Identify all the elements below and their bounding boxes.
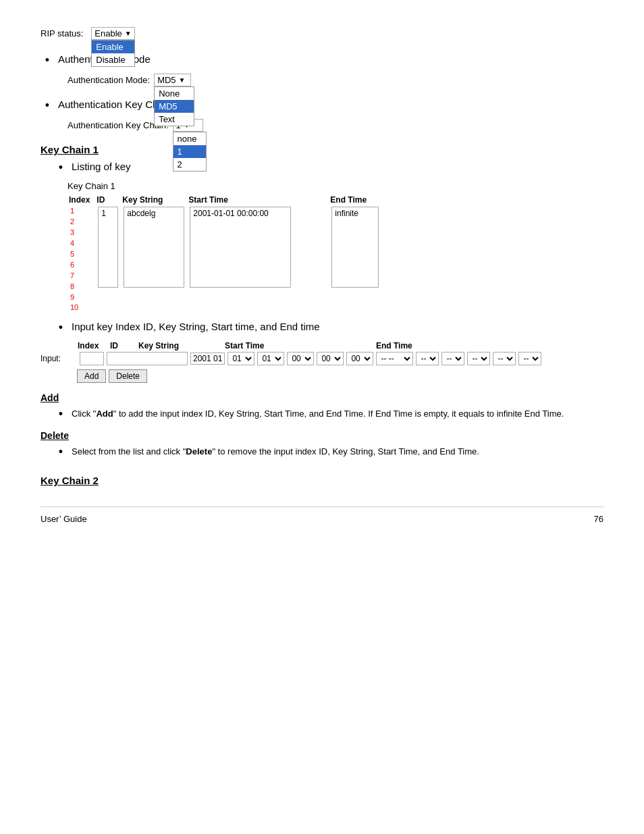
input-row-label: Input: [41,354,74,363]
input-header-endtime: End Time [376,341,412,350]
end-select-6[interactable]: -- [518,352,541,365]
col-index: Index [68,194,95,206]
listing-key-bullet-dot: • [54,161,68,174]
rip-dropdown-list[interactable]: Enable Disable [91,40,135,67]
footer-left: User’ Guide [41,514,87,524]
auth-mode-selected-value: MD5 [157,75,176,85]
input-section: Index ID Key String Start Time End Time … [41,341,603,383]
auth-keychain-row: Authentication Key Chain: 1 ▼ none 1 2 [68,119,603,132]
auth-mode-option-none[interactable]: None [155,87,194,100]
input-header-starttime: Start Time [225,341,373,350]
end-select-5[interactable]: -- [493,352,516,365]
auth-keychain-option-2[interactable]: 2 [173,158,206,171]
add-section-bullet: • Click "Add" to add the input index ID,… [54,407,603,421]
col-keystring: Key String [121,194,187,206]
auth-mode-bullet-dot: • [41,53,54,67]
input-index-id[interactable] [80,352,104,365]
auth-mode-row: Authentication Mode: MD5 ▼ None MD5 Text [68,74,603,86]
add-section-text: Click "Add" to add the input index ID, K… [72,407,564,421]
start-sec-select[interactable]: 0001 [346,352,373,365]
spacer-cell [295,206,329,314]
auth-mode-option-md5[interactable]: MD5 [155,100,194,113]
rip-status-row: RIP status: Enable ▼ Enable Disable [41,27,603,40]
keystring-cell: abcdelg [124,207,184,288]
end-select-3[interactable]: -- [441,352,464,365]
add-section-title: Add [41,392,603,403]
rip-status-label: RIP status: [41,28,83,38]
rip-chevron-icon: ▼ [125,30,132,37]
input-key-string[interactable] [107,352,188,365]
start-min-select[interactable]: 0001 [317,352,344,365]
auth-mode-chevron-icon: ▼ [179,76,186,84]
auth-keychain-dropdown-list[interactable]: none 1 2 [173,132,207,172]
endtime-cell: infinite [331,207,379,288]
auth-keychain-option-1[interactable]: 1 [173,145,206,158]
keychain1-table-container: Key Chain 1 Index ID Key String Start Ti… [68,181,603,314]
auth-mode-label: Authentication Mode: [68,75,150,85]
delete-section-text: Select from the list and click "Delete" … [72,445,479,459]
end-select-4[interactable]: -- [467,352,490,365]
input-headers-row: Index ID Key String Start Time End Time [41,341,603,350]
table-row: 12345678910 1 abcdelg 2001-01-01 00:00:0… [68,206,383,314]
start-year-value: 2001 01 [190,353,225,365]
delete-bullet-dot: • [54,445,68,459]
footer: User’ Guide 76 [41,506,603,524]
end-select-2[interactable]: -- [416,352,439,365]
col-starttime: Start Time [187,194,295,206]
auth-mode-select-display[interactable]: MD5 ▼ [154,74,191,86]
keychain2-heading: Key Chain 2 [41,475,603,486]
start-month-select[interactable]: 01020304 05060708 09101112 [227,352,254,365]
listing-key-bullet: • Listing of key [54,161,603,174]
keychain1-table: Index ID Key String Start Time End Time … [68,194,383,314]
auth-mode-dropdown[interactable]: MD5 ▼ None MD5 Text [154,74,191,86]
input-key-bullet-label: Input key Index ID, Key String, Start ti… [72,321,320,332]
rip-status-dropdown[interactable]: Enable ▼ Enable Disable [91,27,135,40]
input-key-bullet-dot: • [54,321,68,334]
listing-key-bullet-label: Listing of key [72,161,131,172]
starttime-cell: 2001-01-01 00:00:00 [190,207,291,288]
start-hour-select[interactable]: 0001 [287,352,314,365]
input-header-id2: ID [110,341,134,350]
end-select-1[interactable]: -- -- [376,352,413,365]
delete-section-bullet: • Select from the list and click "Delete… [54,445,603,459]
rip-selected-value: Enable [95,28,122,38]
index-list: 12345678910 [70,206,92,313]
rip-select-display[interactable]: Enable ▼ [91,27,135,40]
add-button[interactable]: Add [77,369,106,383]
rip-status-section: RIP status: Enable ▼ Enable Disable [41,27,603,40]
keychain1-table-title: Key Chain 1 [68,181,603,191]
auth-keychain-option-none[interactable]: none [173,132,206,145]
col-endtime: End Time [329,194,383,206]
add-bullet-dot: • [54,407,68,421]
footer-right: 76 [594,514,603,524]
input-key-bullet: • Input key Index ID, Key String, Start … [54,321,603,334]
rip-option-enable[interactable]: Enable [92,41,134,53]
rip-option-disable[interactable]: Disable [92,53,134,66]
col-spacer [295,194,329,206]
input-fields-row: Input: 2001 01 01020304 05060708 0910111… [41,352,603,365]
col-id: ID [95,194,121,206]
auth-keychain-bullet: • Authentication Key Chain [41,99,603,112]
delete-button[interactable]: Delete [109,369,147,383]
auth-keychain-bullet-dot: • [41,99,54,112]
id-cell: 1 [98,207,118,288]
action-buttons-row: Add Delete [77,369,603,383]
auth-mode-option-text[interactable]: Text [155,113,194,126]
delete-section-title: Delete [41,430,603,441]
auth-keychain-section: • Authentication Key Chain Authenticatio… [41,99,603,132]
keychain1-heading: Key Chain 1 [41,144,603,155]
auth-mode-dropdown-list[interactable]: None MD5 Text [154,86,194,126]
input-header-keystring: Key String [138,341,219,350]
input-header-index: Index [78,341,102,350]
start-day-select[interactable]: 010203 [257,352,284,365]
